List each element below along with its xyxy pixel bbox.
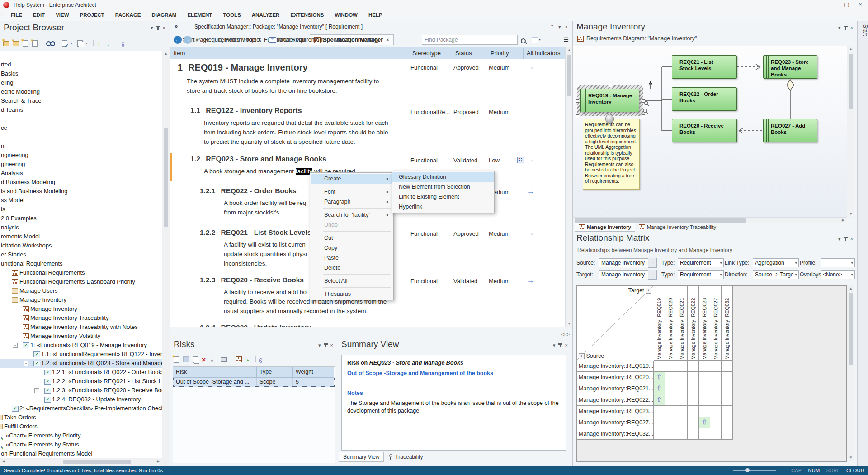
- menu-tools[interactable]: TOOLS: [217, 10, 246, 20]
- tree-item[interactable]: 1.2.1: «Functional» REQ022 - Order Books: [0, 368, 162, 377]
- matrix-column-header[interactable]: Manage Inventory::REQ022: [688, 286, 699, 361]
- move-up-icon[interactable]: ↑: [97, 39, 104, 47]
- menu-item-delete[interactable]: Delete: [311, 263, 393, 273]
- menu-item-thesaurus[interactable]: Thesaurus: [311, 289, 393, 299]
- tree-item[interactable]: is: [0, 205, 162, 214]
- tree-item[interactable]: is and Business Modeling: [0, 187, 162, 196]
- matrix-cell[interactable]: [665, 372, 676, 383]
- matrix-cell[interactable]: [688, 361, 699, 372]
- tree-item[interactable]: Manage Inventory Traceability: [0, 314, 162, 323]
- tree-vertical-scrollbar[interactable]: ▲ ▼: [162, 51, 170, 475]
- matrix-cell[interactable]: [699, 383, 710, 394]
- menu-project[interactable]: PROJECT: [75, 10, 110, 20]
- pin-icon[interactable]: [845, 26, 846, 30]
- direction-select[interactable]: Source -> Targe: [753, 270, 799, 279]
- menu-package[interactable]: PACKAGE: [110, 10, 146, 20]
- selection-handle[interactable]: [609, 84, 612, 87]
- matrix-cell[interactable]: [722, 372, 733, 383]
- matrix-cell[interactable]: [665, 361, 676, 372]
- matrix-row-label[interactable]: Manage Inventory::REQ032...: [577, 428, 654, 440]
- matrix-cell[interactable]: [676, 428, 688, 440]
- menu-item-search-for-facility-[interactable]: Search for 'facility'▸: [311, 210, 393, 220]
- minimize-button[interactable]: –: [826, 0, 839, 10]
- tree-item[interactable]: Take Orders: [0, 413, 162, 422]
- diagram-vertical-scrollbar[interactable]: ▲ ▼: [847, 46, 854, 217]
- spec-row-heading[interactable]: 1.2.4REQ032 - Update Inventory: [200, 323, 311, 327]
- submenu-item-glossary-definition[interactable]: Glossary Definition: [392, 172, 494, 182]
- zoom-slider[interactable]: [733, 470, 776, 471]
- diagram-tab-manage-inventory-traceability[interactable]: Manage Inventory Traceability: [635, 223, 720, 231]
- new-package-icon[interactable]: ✶: [12, 39, 19, 47]
- matrix-cell[interactable]: [654, 361, 665, 372]
- collapse-expander-icon[interactable]: -: [13, 343, 18, 348]
- submenu-item-new-element-from-selection[interactable]: New Element from Selection: [392, 182, 494, 192]
- tree-item[interactable]: Manage Inventory Traceability with Notes: [0, 323, 162, 332]
- risks-cell[interactable]: 5: [293, 378, 334, 387]
- tree-item[interactable]: d Teams: [0, 105, 162, 114]
- close-icon[interactable]: ×: [565, 24, 568, 29]
- copy-icon[interactable]: [192, 356, 199, 363]
- column-header-all-indicators[interactable]: All Indicators: [523, 48, 565, 59]
- summary-risk-link[interactable]: Out of Scope -Storage and Manangement of…: [347, 370, 561, 376]
- matrix-cell[interactable]: [654, 406, 665, 417]
- matrix-cell[interactable]: [665, 428, 676, 440]
- menu-file[interactable]: FILE: [5, 10, 28, 20]
- edit-icon[interactable]: [61, 39, 68, 47]
- new-element-icon[interactable]: ✶: [31, 39, 38, 47]
- submenu-item-hyperlink[interactable]: Hyperlink: [392, 202, 494, 212]
- tree-item[interactable]: 2: «RequirementsChecklist» Pre-Implement…: [0, 404, 162, 413]
- matrix-cell[interactable]: [676, 372, 688, 383]
- tree-item[interactable]: 1.2.2: «Functional» REQ021 - List Stock …: [0, 377, 162, 386]
- diagram-tab-manage-inventory[interactable]: Manage Inventory: [575, 223, 635, 232]
- menu-diagram[interactable]: DIAGRAM: [146, 10, 182, 20]
- print-icon[interactable]: [220, 356, 227, 363]
- risks-cell[interactable]: Out of Scope -Storage and ...: [173, 378, 257, 387]
- menu-view[interactable]: VIEW: [50, 10, 74, 20]
- hierarchy-icon[interactable]: [235, 356, 242, 363]
- delete-icon[interactable]: ✕: [201, 356, 208, 363]
- collapse-icon[interactable]: ⌃: [550, 24, 554, 29]
- matrix-relationship-cell[interactable]: ⇧: [654, 372, 665, 383]
- help-icon[interactable]: ?: [259, 356, 267, 363]
- matrix-vertical-scrollbar[interactable]: ▲ ▼: [847, 285, 854, 461]
- column-header-priority[interactable]: Priority: [487, 48, 523, 59]
- matrix-column-header[interactable]: Manage Inventory::REQ027: [710, 286, 722, 361]
- matrix-cell[interactable]: [699, 372, 710, 383]
- selection-handle[interactable]: [642, 99, 645, 103]
- matrix-relationship-cell[interactable]: ⇧: [699, 417, 710, 428]
- requirement-req022[interactable]: REQ022 - OrderBooks: [672, 87, 737, 111]
- matrix-column-header[interactable]: Manage Inventory::REQ032: [722, 286, 733, 361]
- navigate-arrow-icon[interactable]: →: [527, 276, 534, 284]
- menu-analyzer[interactable]: ANALYZER: [246, 10, 285, 20]
- link-type-select[interactable]: Aggregation: [753, 258, 799, 267]
- matrix-cell[interactable]: [722, 361, 733, 372]
- matrix-cell[interactable]: [688, 394, 699, 406]
- matrix-cell[interactable]: [676, 394, 688, 406]
- tree-item[interactable]: unctional Requirements: [0, 259, 162, 268]
- tree-item[interactable]: gineering: [0, 160, 162, 169]
- menu-item-undo[interactable]: Undo: [311, 220, 393, 230]
- tree-item[interactable]: rements Model: [0, 232, 162, 241]
- move-down-icon[interactable]: ↓: [107, 39, 114, 47]
- tree-item[interactable]: ss Model: [0, 196, 162, 205]
- menu-window[interactable]: WINDOW: [330, 10, 363, 20]
- matrix-column-header[interactable]: Manage Inventory::REQ021: [676, 286, 688, 361]
- matrix-cell[interactable]: [699, 361, 710, 372]
- summary-tab-traceability[interactable]: Traceability: [384, 452, 427, 461]
- dropdown-arrow-icon[interactable]: ▾: [86, 41, 90, 45]
- risks-column-header-weight[interactable]: Weight: [293, 367, 334, 378]
- requirement-req027[interactable]: REQ027 - AddBooks: [763, 119, 817, 142]
- tree-item[interactable]: «Chart» Elements by Status: [0, 440, 162, 449]
- diagram-canvas[interactable]: REQ019 - ManageInventoryREQ021 - ListSto…: [573, 46, 847, 217]
- matrix-cell[interactable]: [710, 361, 722, 372]
- collapse-breadcrumb-icon[interactable]: «: [195, 36, 198, 44]
- matrix-cell[interactable]: [722, 428, 733, 440]
- spec-row-heading[interactable]: 1.2.2REQ021 - List Stock Levels: [200, 228, 311, 237]
- column-header-status[interactable]: Status: [452, 48, 487, 59]
- tree-item[interactable]: eling: [0, 78, 162, 87]
- tree-horizontal-scrollbar[interactable]: ◀ ▶: [0, 458, 162, 466]
- matrix-cell[interactable]: [710, 394, 722, 406]
- matrix-cell[interactable]: [710, 417, 722, 428]
- new-diagram-icon[interactable]: ✶: [22, 39, 29, 47]
- chevron-down-icon[interactable]: ▾: [558, 24, 561, 29]
